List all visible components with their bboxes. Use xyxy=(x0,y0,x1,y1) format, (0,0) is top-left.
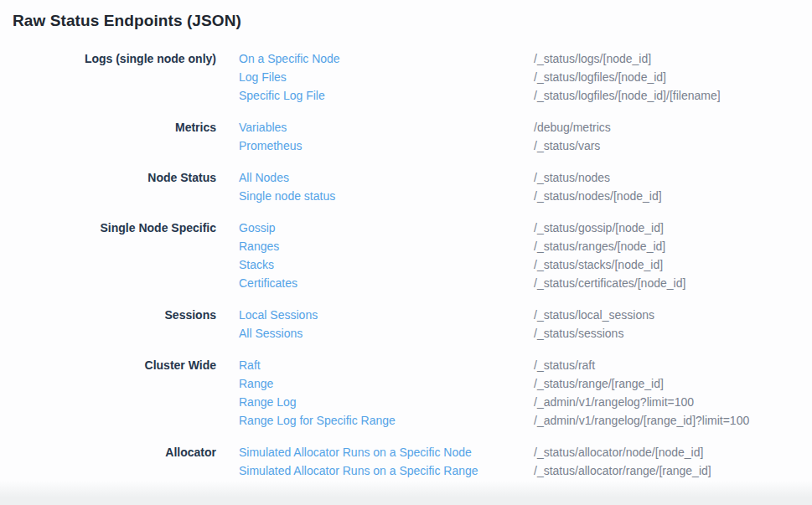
endpoint-rows: Simulated Allocator Runs on a Specific N… xyxy=(239,443,812,480)
endpoint-rows: Gossip /_status/gossip/[node_id] Ranges … xyxy=(239,219,812,292)
endpoint-path: /_status/range/[range_id] xyxy=(534,374,664,393)
endpoint-row: Range Log for Specific Range /_admin/v1/… xyxy=(239,411,812,430)
endpoint-path: /_status/gossip/[node_id] xyxy=(534,219,664,237)
endpoint-link[interactable]: On a Specific Node xyxy=(239,52,340,65)
endpoint-rows: Variables /debug/metrics Prometheus /_st… xyxy=(239,118,812,155)
endpoint-row: Ranges /_status/ranges/[node_id] xyxy=(239,237,812,255)
endpoint-link[interactable]: Log Files xyxy=(239,70,287,84)
endpoint-row: Single node status /_status/nodes/[node_… xyxy=(239,187,812,205)
endpoint-rows: On a Specific Node /_status/logs/[node_i… xyxy=(239,49,812,105)
endpoint-link[interactable]: Simulated Allocator Runs on a Specific R… xyxy=(239,464,478,477)
endpoint-group: Logs (single node only) On a Specific No… xyxy=(12,49,812,105)
endpoint-path: /_status/logfiles/[node_id] xyxy=(534,68,666,86)
endpoint-row: On a Specific Node /_status/logs/[node_i… xyxy=(239,49,812,68)
endpoint-link[interactable]: All Nodes xyxy=(239,171,289,184)
endpoint-row: All Nodes /_status/nodes xyxy=(239,168,812,187)
endpoint-path: /_status/allocator/node/[node_id] xyxy=(534,443,703,461)
endpoint-group: Single Node Specific Gossip /_status/gos… xyxy=(12,219,812,292)
endpoint-link[interactable]: Certificates xyxy=(239,276,297,290)
endpoint-path: /_status/logs/[node_id] xyxy=(534,49,651,68)
endpoint-link[interactable]: Stacks xyxy=(239,258,274,271)
endpoint-link[interactable]: Range Log xyxy=(239,395,297,409)
category-label: Node Status xyxy=(12,168,216,187)
category-label: Metrics xyxy=(12,118,216,137)
endpoint-link[interactable]: Prometheus xyxy=(239,139,302,152)
endpoint-path: /_status/nodes/[node_id] xyxy=(534,187,662,205)
category-label: Sessions xyxy=(12,306,216,324)
endpoint-row: Range /_status/range/[range_id] xyxy=(239,374,812,393)
endpoint-path: /_status/logfiles/[node_id]/[filename] xyxy=(534,86,721,105)
endpoint-row: Log Files /_status/logfiles/[node_id] xyxy=(239,68,812,86)
endpoint-row: Simulated Allocator Runs on a Specific N… xyxy=(239,443,812,461)
endpoint-row: Local Sessions /_status/local_sessions xyxy=(239,306,812,324)
endpoint-link[interactable]: Range xyxy=(239,377,273,390)
endpoint-link[interactable]: Simulated Allocator Runs on a Specific N… xyxy=(239,446,472,459)
endpoint-group: Node Status All Nodes /_status/nodes Sin… xyxy=(12,168,812,205)
endpoint-row: Stacks /_status/stacks/[node_id] xyxy=(239,255,812,274)
endpoint-row: Prometheus /_status/vars xyxy=(239,137,812,155)
endpoint-rows: All Nodes /_status/nodes Single node sta… xyxy=(239,168,812,205)
endpoint-link[interactable]: All Sessions xyxy=(239,327,303,340)
category-label: Logs (single node only) xyxy=(12,49,216,68)
endpoint-path: /_status/nodes xyxy=(534,168,610,187)
category-label: Allocator xyxy=(12,443,216,461)
endpoint-row: All Sessions /_status/sessions xyxy=(239,324,812,343)
category-label: Single Node Specific xyxy=(12,219,216,237)
endpoint-row: Range Log /_admin/v1/rangelog?limit=100 xyxy=(239,393,812,411)
endpoint-link[interactable]: Ranges xyxy=(239,240,279,253)
endpoint-group: Allocator Simulated Allocator Runs on a … xyxy=(12,443,812,480)
endpoint-row: Certificates /_status/certificates/[node… xyxy=(239,274,812,292)
endpoint-row: Gossip /_status/gossip/[node_id] xyxy=(239,219,812,237)
endpoint-path: /debug/metrics xyxy=(534,118,611,137)
endpoint-path: /_status/stacks/[node_id] xyxy=(534,255,663,274)
endpoint-link[interactable]: Specific Log File xyxy=(239,89,325,102)
endpoint-groups: Logs (single node only) On a Specific No… xyxy=(12,49,812,480)
endpoint-group: Cluster Wide Raft /_status/raft Range /_… xyxy=(12,356,812,430)
debug-endpoints-page: Raw Status Endpoints (JSON) Logs (single… xyxy=(0,0,812,505)
endpoint-path: /_status/ranges/[node_id] xyxy=(534,237,665,255)
page-title: Raw Status Endpoints (JSON) xyxy=(13,11,812,31)
endpoint-row: Simulated Allocator Runs on a Specific R… xyxy=(239,461,812,480)
endpoint-path: /_status/allocator/range/[range_id] xyxy=(534,461,711,480)
endpoint-path: /_status/sessions xyxy=(534,324,623,343)
endpoint-path: /_admin/v1/rangelog/[range_id]?limit=100 xyxy=(534,411,749,430)
endpoint-path: /_status/vars xyxy=(534,137,600,155)
endpoint-group: Sessions Local Sessions /_status/local_s… xyxy=(12,306,812,343)
endpoint-path: /_status/raft xyxy=(534,356,595,374)
category-label: Cluster Wide xyxy=(12,356,216,374)
endpoint-row: Raft /_status/raft xyxy=(239,356,812,374)
endpoint-link[interactable]: Gossip xyxy=(239,221,276,234)
endpoint-rows: Local Sessions /_status/local_sessions A… xyxy=(239,306,812,343)
endpoint-link[interactable]: Single node status xyxy=(239,189,335,203)
page-bottom-band xyxy=(0,481,812,505)
endpoint-row: Variables /debug/metrics xyxy=(239,118,812,137)
endpoint-path: /_status/local_sessions xyxy=(534,306,654,324)
endpoint-rows: Raft /_status/raft Range /_status/range/… xyxy=(239,356,812,430)
endpoint-link[interactable]: Local Sessions xyxy=(239,308,318,322)
endpoint-link[interactable]: Raft xyxy=(239,358,261,372)
endpoint-row: Specific Log File /_status/logfiles/[nod… xyxy=(239,86,812,105)
endpoint-path: /_status/certificates/[node_id] xyxy=(534,274,685,292)
endpoint-link[interactable]: Variables xyxy=(239,121,287,134)
endpoint-link[interactable]: Range Log for Specific Range xyxy=(239,414,396,427)
endpoint-path: /_admin/v1/rangelog?limit=100 xyxy=(534,393,694,411)
endpoint-group: Metrics Variables /debug/metrics Prometh… xyxy=(12,118,812,155)
